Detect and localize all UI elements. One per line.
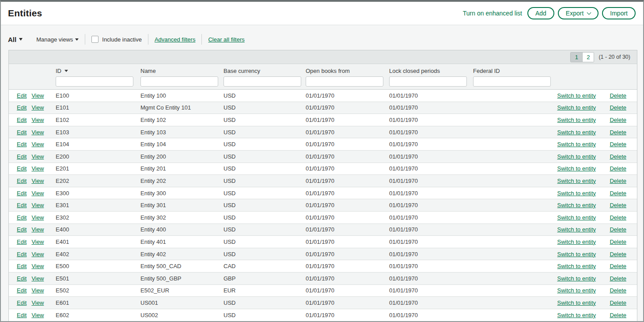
view-link[interactable]: View [31, 129, 44, 136]
edit-link[interactable]: Edit [17, 287, 27, 294]
delete-link[interactable]: Delete [610, 226, 626, 233]
switch-to-entity-link[interactable]: Switch to entity [557, 117, 596, 123]
switch-to-entity-link[interactable]: Switch to entity [557, 226, 596, 233]
delete-link[interactable]: Delete [610, 153, 626, 160]
delete-link[interactable]: Delete [610, 104, 626, 111]
edit-link[interactable]: Edit [17, 190, 27, 197]
add-button[interactable]: Add [527, 7, 554, 19]
switch-to-entity-link[interactable]: Switch to entity [557, 251, 596, 258]
delete-link[interactable]: Delete [610, 141, 626, 148]
open-books-filter-input[interactable] [306, 76, 383, 87]
delete-link[interactable]: Delete [610, 117, 626, 123]
view-link[interactable]: View [31, 141, 44, 148]
delete-link[interactable]: Delete [610, 165, 626, 172]
delete-link[interactable]: Delete [610, 263, 626, 269]
view-link[interactable]: View [31, 263, 44, 269]
view-link[interactable]: View [31, 239, 44, 245]
advanced-filters-link[interactable]: Advanced filters [155, 36, 196, 43]
edit-link[interactable]: Edit [17, 129, 27, 136]
edit-link[interactable]: Edit [17, 117, 27, 123]
switch-to-entity-link[interactable]: Switch to entity [557, 153, 596, 160]
delete-link[interactable]: Delete [610, 92, 626, 99]
view-link[interactable]: View [31, 251, 44, 258]
edit-link[interactable]: Edit [17, 178, 27, 184]
id-filter-input[interactable] [56, 76, 133, 87]
view-link[interactable]: View [31, 226, 44, 233]
switch-to-entity-link[interactable]: Switch to entity [557, 104, 596, 111]
switch-to-entity-link[interactable]: Switch to entity [557, 299, 596, 306]
view-link[interactable]: View [31, 214, 44, 221]
import-button[interactable]: Import [602, 7, 636, 19]
delete-link[interactable]: Delete [610, 190, 626, 197]
edit-link[interactable]: Edit [17, 299, 27, 306]
page-1-button[interactable]: 1 [571, 53, 582, 62]
delete-link[interactable]: Delete [610, 129, 626, 136]
switch-to-entity-link[interactable]: Switch to entity [557, 202, 596, 208]
delete-link[interactable]: Delete [610, 299, 626, 306]
federal-id-filter-input[interactable] [473, 76, 551, 87]
column-header-base-currency[interactable]: Base currency [224, 68, 306, 74]
delete-link[interactable]: Delete [610, 275, 626, 282]
view-link[interactable]: View [31, 287, 44, 294]
enhanced-list-link[interactable]: Turn on enhanced list [463, 10, 522, 17]
view-link[interactable]: View [31, 299, 44, 306]
edit-link[interactable]: Edit [17, 239, 27, 245]
switch-to-entity-link[interactable]: Switch to entity [557, 92, 596, 99]
include-inactive-checkbox[interactable] [91, 36, 98, 43]
edit-link[interactable]: Edit [17, 251, 27, 258]
delete-link[interactable]: Delete [610, 202, 626, 208]
clear-all-filters-link[interactable]: Clear all filters [208, 36, 244, 43]
edit-link[interactable]: Edit [17, 263, 27, 269]
column-header-open-books-from[interactable]: Open books from [306, 68, 389, 74]
switch-to-entity-link[interactable]: Switch to entity [557, 239, 596, 245]
view-link[interactable]: View [31, 104, 44, 111]
edit-link[interactable]: Edit [17, 104, 27, 111]
switch-to-entity-link[interactable]: Switch to entity [557, 129, 596, 136]
switch-to-entity-link[interactable]: Switch to entity [557, 178, 596, 184]
edit-link[interactable]: Edit [17, 153, 27, 160]
edit-link[interactable]: Edit [17, 165, 27, 172]
delete-link[interactable]: Delete [610, 178, 626, 184]
view-link[interactable]: View [31, 117, 44, 123]
switch-to-entity-link[interactable]: Switch to entity [557, 165, 596, 172]
column-header-federal-id[interactable]: Federal ID [473, 68, 550, 74]
edit-link[interactable]: Edit [17, 312, 27, 318]
delete-link[interactable]: Delete [610, 287, 626, 294]
view-link[interactable]: View [31, 153, 44, 160]
view-link[interactable]: View [31, 165, 44, 172]
switch-to-entity-link[interactable]: Switch to entity [557, 263, 596, 269]
switch-to-entity-link[interactable]: Switch to entity [557, 312, 596, 318]
delete-link[interactable]: Delete [610, 214, 626, 221]
view-link[interactable]: View [31, 202, 44, 208]
edit-link[interactable]: Edit [17, 92, 27, 99]
name-filter-input[interactable] [140, 76, 218, 87]
view-link[interactable]: View [31, 178, 44, 184]
view-selector[interactable]: All [8, 36, 23, 43]
view-link[interactable]: View [31, 312, 44, 318]
base-currency-filter-input[interactable] [224, 76, 301, 87]
manage-views-dropdown[interactable]: Manage views [36, 36, 79, 43]
cell-lock-closed-periods: 01/01/1970 [389, 214, 473, 221]
export-button[interactable]: Export [558, 7, 599, 19]
delete-link[interactable]: Delete [610, 251, 626, 258]
lock-closed-filter-input[interactable] [389, 76, 467, 87]
delete-link[interactable]: Delete [610, 239, 626, 245]
switch-to-entity-link[interactable]: Switch to entity [557, 190, 596, 197]
column-header-id[interactable]: ID [56, 68, 140, 74]
delete-link[interactable]: Delete [610, 312, 626, 318]
edit-link[interactable]: Edit [17, 275, 27, 282]
edit-link[interactable]: Edit [17, 226, 27, 233]
column-header-lock-closed-periods[interactable]: Lock closed periods [389, 68, 473, 74]
page-2-button[interactable]: 2 [582, 53, 594, 62]
switch-to-entity-link[interactable]: Switch to entity [557, 287, 596, 294]
view-link[interactable]: View [31, 92, 44, 99]
switch-to-entity-link[interactable]: Switch to entity [557, 275, 596, 282]
edit-link[interactable]: Edit [17, 202, 27, 208]
view-link[interactable]: View [31, 190, 44, 197]
switch-to-entity-link[interactable]: Switch to entity [557, 141, 596, 148]
edit-link[interactable]: Edit [17, 141, 27, 148]
switch-to-entity-link[interactable]: Switch to entity [557, 214, 596, 221]
column-header-name[interactable]: Name [140, 68, 224, 74]
view-link[interactable]: View [31, 275, 44, 282]
edit-link[interactable]: Edit [17, 214, 27, 221]
